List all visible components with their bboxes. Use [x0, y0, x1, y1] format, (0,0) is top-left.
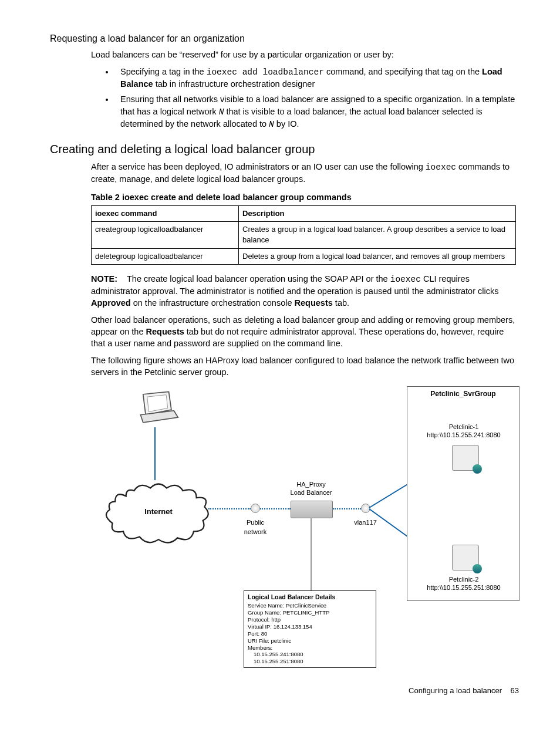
code-ioexec-add: ioexec add loadbalancer	[207, 67, 324, 77]
code-ioexec: ioexec	[390, 275, 421, 284]
table-caption: Table 2 ioexec create and delete load ba…	[91, 191, 519, 203]
text: tab.	[333, 298, 349, 308]
table-header-row: ioexec command Description	[92, 206, 516, 222]
note-label: NOTE:	[91, 274, 117, 283]
bold-requests: Requests	[295, 298, 333, 308]
details-line: Virtual IP: 16.124.133.154	[248, 623, 372, 630]
note-paragraph: NOTE: The create logical load balancer o…	[91, 273, 519, 309]
server-icon	[452, 445, 481, 477]
intro-paragraph: Load balancers can be “reserved” for use…	[91, 49, 519, 60]
details-member: 10.15.255.251:8080	[248, 658, 372, 665]
text: The create logical load balancer operati…	[124, 274, 390, 283]
code-ioexec: ioexec	[426, 163, 456, 172]
text: Specifying a tag in the	[120, 67, 207, 76]
vlan-label: vlan117	[349, 518, 382, 527]
table-row: deletegroup logicalloadbalancer Deletes …	[92, 248, 516, 264]
bullet-list: Specifying a tag in the ioexec add loadb…	[50, 66, 519, 130]
italic-n: N	[269, 120, 274, 129]
conn-dotted	[333, 508, 361, 509]
server2-url: http:\\10.15.255.251:8080	[414, 583, 514, 592]
th-description: Description	[239, 206, 516, 222]
proxy-label-2: Load Balancer	[282, 488, 340, 497]
cell-desc: Deletes a group from a logical load bala…	[239, 248, 516, 264]
network-diagram: Internet Public network HA_Proxy Load Ba…	[114, 386, 525, 668]
bold-requests: Requests	[146, 327, 184, 336]
details-title: Logical Load Balancer Details	[248, 593, 372, 601]
text: After a service has been deployed, IO ad…	[91, 162, 426, 171]
th-command: ioexec command	[92, 206, 239, 222]
after-paragraph: After a service has been deployed, IO ad…	[91, 161, 519, 185]
cell-cmd: deletegroup logicalloadbalancer	[92, 248, 239, 264]
conn-dotted	[260, 508, 291, 509]
details-line: URI File: petclinic	[248, 637, 372, 644]
footer-text: Configuring a load balancer	[409, 686, 502, 695]
text: on the infrastructure orchestration cons…	[131, 298, 295, 308]
bold-approved: Approved	[91, 298, 131, 308]
details-line: Group Name: PETCLINIC_HTTP	[248, 609, 372, 616]
cell-desc: Creates a group in a logical load balanc…	[239, 222, 516, 248]
lb-details-box: Logical Load Balancer Details Service Na…	[244, 590, 376, 668]
server-icon	[452, 545, 481, 577]
server1-url: http:\\10.15.255.241:8080	[414, 431, 514, 440]
details-line: Service Name: PetClinicService	[248, 602, 372, 609]
other-ops-paragraph: Other load balancer operations, such as …	[91, 314, 519, 350]
heading-creating: Creating and deleting a logical load bal…	[50, 141, 519, 157]
details-line: Port: 80	[248, 630, 372, 637]
text: command, and specifying that tag on the	[324, 67, 482, 76]
page-number: 63	[511, 686, 519, 695]
network-node-icon	[361, 504, 370, 513]
internet-cloud-icon: Internet	[103, 477, 214, 548]
load-balancer-icon	[291, 501, 333, 518]
cell-cmd: creategroup logicalloadbalancer	[92, 222, 239, 248]
page-footer: Configuring a load balancer 63	[50, 686, 519, 696]
bullet-item-2: Ensuring that all networks visible to a …	[114, 93, 519, 130]
laptop-icon	[132, 389, 185, 430]
internet-label: Internet	[103, 507, 214, 517]
conn-line	[154, 427, 156, 480]
network-node-icon	[251, 504, 260, 513]
conn-dotted	[208, 508, 251, 509]
table-row: creategroup logicalloadbalancer Creates …	[92, 222, 516, 248]
bullet-item-1: Specifying a tag in the ioexec add loadb…	[114, 66, 519, 90]
public-network-label: Public network	[238, 518, 273, 536]
details-line: Members:	[248, 644, 372, 652]
details-line: Protocol: http	[248, 616, 372, 623]
text: tab in infrastructure orchestration desi…	[153, 79, 315, 89]
text: by IO.	[274, 119, 299, 129]
heading-requesting: Requesting a load balancer for an organi…	[50, 32, 519, 45]
commands-table: ioexec command Description creategroup l…	[91, 205, 516, 265]
details-member: 10.15.255.241:8080	[248, 651, 372, 658]
server-group-title: Petclinic_SvrGroup	[430, 390, 495, 398]
figure-paragraph: The following figure shows an HAProxy lo…	[91, 355, 519, 379]
